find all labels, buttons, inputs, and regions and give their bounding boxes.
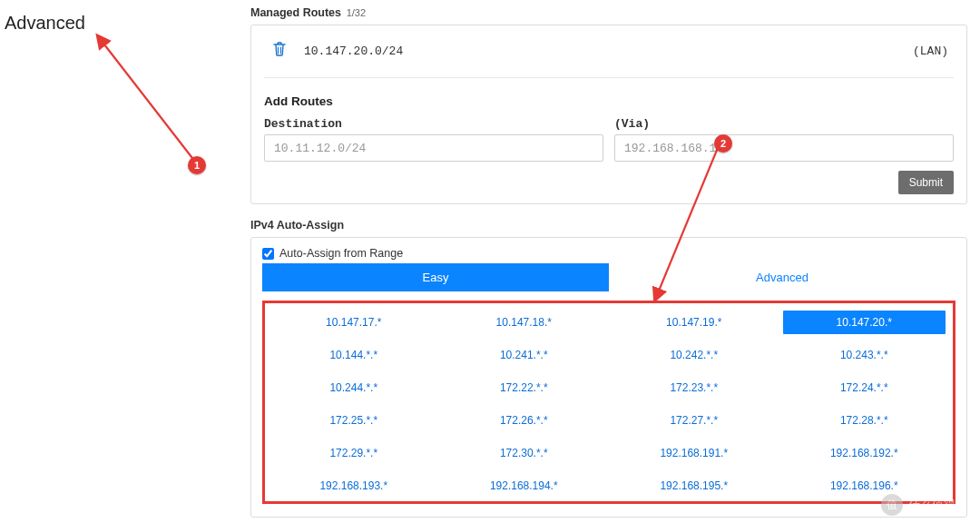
svg-line-0 (98, 36, 195, 162)
ip-range-option[interactable]: 192.168.196.* (779, 476, 950, 496)
ip-range-option[interactable]: 172.27.*.* (609, 410, 779, 430)
add-routes-heading: Add Routes (264, 94, 954, 108)
managed-routes-heading-row: Managed Routes 1/32 (250, 5, 967, 19)
ipv4-panel: Auto-Assign from Range Easy Advanced 10.… (250, 237, 967, 518)
ip-range-option[interactable]: 192.168.191.* (609, 443, 779, 463)
ip-range-option[interactable]: 10.147.20.* (783, 311, 946, 334)
via-label: (Via) (614, 117, 954, 131)
ip-range-option[interactable]: 10.144.*.* (269, 345, 439, 365)
managed-routes-heading: Managed Routes (250, 6, 341, 19)
ip-range-option[interactable]: 172.26.*.* (439, 410, 610, 430)
add-routes-inputs-row: Destination (Via) (264, 117, 954, 162)
ip-range-option[interactable]: 172.25.*.* (269, 410, 439, 430)
destination-label: Destination (264, 117, 603, 131)
ip-range-option[interactable]: 10.147.19.* (609, 312, 779, 332)
ip-range-option[interactable]: 192.168.193.* (269, 476, 439, 496)
ip-range-grid: 10.147.17.*10.147.18.*10.147.19.*10.147.… (269, 312, 949, 496)
ip-range-option[interactable]: 172.30.*.* (439, 443, 610, 463)
route-row: 10.147.20.0/24 (LAN) (264, 36, 954, 78)
ip-range-option[interactable]: 10.243.*.* (779, 345, 950, 365)
mode-tabs: Easy Advanced (262, 263, 956, 291)
ip-range-option[interactable]: 192.168.192.* (779, 443, 950, 463)
ip-range-option[interactable]: 10.242.*.* (609, 345, 779, 365)
managed-routes-count: 1/32 (347, 7, 366, 18)
ip-range-option[interactable]: 192.168.194.* (439, 476, 610, 496)
ip-range-option[interactable]: 10.147.17.* (269, 312, 439, 332)
auto-assign-checkbox-row[interactable]: Auto-Assign from Range (262, 247, 956, 260)
ip-range-option[interactable]: 172.22.*.* (439, 378, 610, 398)
ip-range-option[interactable]: 192.168.195.* (609, 476, 779, 496)
annotation-badge-2: 2 (714, 134, 732, 153)
auto-assign-checkbox[interactable] (262, 248, 274, 260)
tab-advanced[interactable]: Advanced (609, 263, 956, 291)
annotation-badge-1: 1 (188, 156, 206, 174)
ip-range-option[interactable]: 10.147.18.* (439, 312, 610, 332)
ipv4-heading: IPv4 Auto-Assign (250, 219, 967, 232)
tab-easy[interactable]: Easy (262, 263, 609, 291)
route-tag: (LAN) (913, 44, 954, 58)
destination-input[interactable] (264, 134, 603, 162)
auto-assign-label: Auto-Assign from Range (279, 247, 403, 260)
via-input[interactable] (614, 134, 954, 162)
ip-range-option[interactable]: 172.28.*.* (779, 410, 950, 430)
page-title-left: Advanced (5, 13, 240, 34)
ip-range-option[interactable]: 172.23.*.* (609, 378, 779, 398)
ip-range-option[interactable]: 172.24.*.* (779, 378, 950, 398)
ip-range-option[interactable]: 172.29.*.* (269, 443, 439, 463)
managed-routes-panel: 10.147.20.0/24 (LAN) Add Routes Destinat… (250, 25, 967, 204)
trash-icon[interactable] (264, 42, 304, 61)
submit-button[interactable]: Submit (898, 171, 954, 194)
ip-range-option[interactable]: 10.241.*.* (439, 345, 610, 365)
ip-range-option[interactable]: 10.244.*.* (269, 378, 439, 398)
ip-range-highlight-box: 10.147.17.*10.147.18.*10.147.19.*10.147.… (262, 301, 956, 504)
route-ip: 10.147.20.0/24 (304, 44, 403, 58)
